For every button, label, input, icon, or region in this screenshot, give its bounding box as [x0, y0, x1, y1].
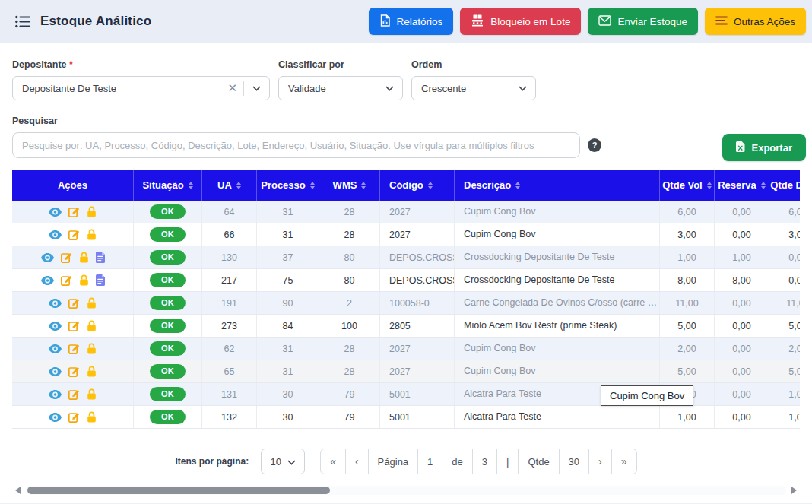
view-icon[interactable]: [49, 344, 62, 353]
order-select[interactable]: Crescente: [411, 76, 536, 100]
pager-nav-button[interactable]: »: [612, 449, 636, 474]
codigo-cell: 2027: [380, 223, 455, 246]
sort-icon[interactable]: [189, 182, 193, 189]
other-actions-button-label: Outras Ações: [734, 16, 795, 27]
edit-icon[interactable]: [68, 411, 80, 423]
column-header-ua[interactable]: UA: [202, 170, 257, 201]
column-header-c-digo[interactable]: Código: [380, 170, 455, 201]
reserva-cell: 0,00: [715, 406, 769, 428]
view-icon[interactable]: [49, 230, 62, 239]
reports-button[interactable]: Relatórios: [369, 8, 454, 35]
items-per-page-select[interactable]: 10: [261, 449, 305, 474]
scroll-left-arrow-icon[interactable]: [15, 487, 21, 494]
scroll-right-arrow-icon[interactable]: [791, 487, 797, 494]
status-badge: OK: [150, 364, 186, 379]
classify-label: Classificar por: [278, 59, 403, 70]
classify-select[interactable]: Validade: [278, 76, 403, 100]
column-header-descri-o[interactable]: Descrição: [455, 170, 660, 201]
qtde-vol-cell: 1,00: [660, 406, 715, 428]
send-stock-button[interactable]: Enviar Estoque: [588, 8, 698, 35]
document-icon[interactable]: [96, 252, 105, 263]
lock-icon[interactable]: [87, 297, 97, 309]
edit-icon[interactable]: [61, 274, 72, 286]
view-icon[interactable]: [41, 276, 54, 285]
document-icon[interactable]: [96, 274, 105, 286]
view-icon[interactable]: [49, 299, 62, 308]
pager-nav-button[interactable]: ‹: [346, 449, 369, 474]
view-icon[interactable]: [49, 367, 62, 376]
depositante-select[interactable]: Depositante De Teste ✕: [12, 76, 270, 100]
column-header-a-es: Ações: [12, 170, 134, 201]
pager-nav-button[interactable]: «: [321, 449, 346, 474]
processo-cell: 90: [257, 292, 319, 314]
lock-icon[interactable]: [87, 343, 97, 354]
batch-block-button[interactable]: Bloqueio em Lote: [460, 8, 581, 35]
column-header-wms[interactable]: WMS: [319, 170, 380, 201]
depositante-value: Depositante De Teste: [13, 83, 221, 94]
sort-icon[interactable]: [361, 182, 366, 189]
lock-icon[interactable]: [87, 320, 97, 331]
actions-cell: [12, 223, 134, 246]
chevron-down-icon[interactable]: [377, 86, 402, 91]
view-icon[interactable]: [41, 253, 54, 262]
view-icon[interactable]: [49, 208, 62, 217]
wms-cell: 2: [319, 292, 380, 314]
edit-icon[interactable]: [68, 229, 80, 240]
scrollbar-track[interactable]: [26, 486, 786, 495]
lock-icon[interactable]: [87, 229, 97, 240]
processo-cell: 31: [257, 338, 319, 360]
export-button[interactable]: Exportar: [722, 134, 806, 161]
lock-icon[interactable]: [87, 206, 97, 217]
view-icon[interactable]: [49, 390, 62, 399]
edit-icon[interactable]: [68, 297, 80, 309]
sort-icon[interactable]: [310, 182, 315, 189]
edit-icon[interactable]: [68, 320, 80, 331]
scrollbar-thumb[interactable]: [27, 487, 330, 494]
order-value: Crescente: [412, 83, 510, 94]
status-badge: OK: [150, 204, 186, 219]
envelope-send-icon: [598, 15, 611, 28]
sort-icon[interactable]: [236, 182, 241, 189]
column-header-processo[interactable]: Processo: [257, 170, 319, 201]
edit-icon[interactable]: [68, 366, 80, 377]
edit-icon[interactable]: [68, 343, 80, 354]
edit-icon[interactable]: [68, 388, 80, 400]
column-header-qtde-disp[interactable]: Qtde Disp: [769, 170, 800, 201]
clear-icon[interactable]: ✕: [221, 81, 243, 95]
view-icon[interactable]: [49, 322, 62, 331]
lock-icon[interactable]: [87, 388, 97, 400]
lock-icon[interactable]: [79, 252, 89, 263]
qtde-disp-cell: 0,00: [769, 269, 800, 291]
page-title: Estoque Análitico: [40, 14, 151, 29]
sort-icon[interactable]: [707, 182, 712, 189]
sort-icon[interactable]: [428, 182, 433, 189]
lock-icon[interactable]: [87, 366, 97, 377]
ua-cell: 132: [202, 406, 257, 428]
view-icon[interactable]: [49, 413, 62, 422]
search-input[interactable]: [12, 132, 580, 158]
sort-icon[interactable]: [761, 182, 766, 189]
pager-nav-button[interactable]: ›: [589, 449, 612, 474]
wms-cell: 28: [319, 223, 380, 246]
situacao-cell: OK: [134, 360, 202, 382]
chevron-down-icon[interactable]: [510, 86, 535, 91]
sort-icon[interactable]: [515, 182, 520, 189]
situacao-cell: OK: [134, 269, 202, 291]
column-header-qtde-vol[interactable]: Qtde Vol: [660, 170, 715, 201]
table-row: OK191902100058-0Carne Congelada De Ovino…: [12, 292, 800, 315]
chevron-down-icon[interactable]: [244, 86, 269, 91]
list-menu-icon[interactable]: [15, 15, 31, 28]
lock-icon[interactable]: [87, 411, 97, 423]
qtde-vol-cell: 8,00: [660, 269, 715, 291]
other-actions-button[interactable]: Outras Ações: [705, 8, 806, 35]
pager-segment: |: [497, 449, 519, 474]
edit-icon[interactable]: [68, 206, 80, 217]
lock-icon[interactable]: [79, 274, 89, 286]
edit-icon[interactable]: [61, 252, 72, 263]
table-row: OK6231282027Cupim Cong Bov2,000,002,00: [12, 338, 800, 360]
descricao-cell: Carne Congelada De Ovinos C/osso (carre …: [455, 292, 660, 314]
situacao-cell: OK: [134, 406, 202, 428]
column-header-situa-o[interactable]: Situação: [134, 170, 202, 201]
help-icon[interactable]: ?: [588, 138, 601, 152]
column-header-reserva[interactable]: Reserva: [715, 170, 769, 201]
